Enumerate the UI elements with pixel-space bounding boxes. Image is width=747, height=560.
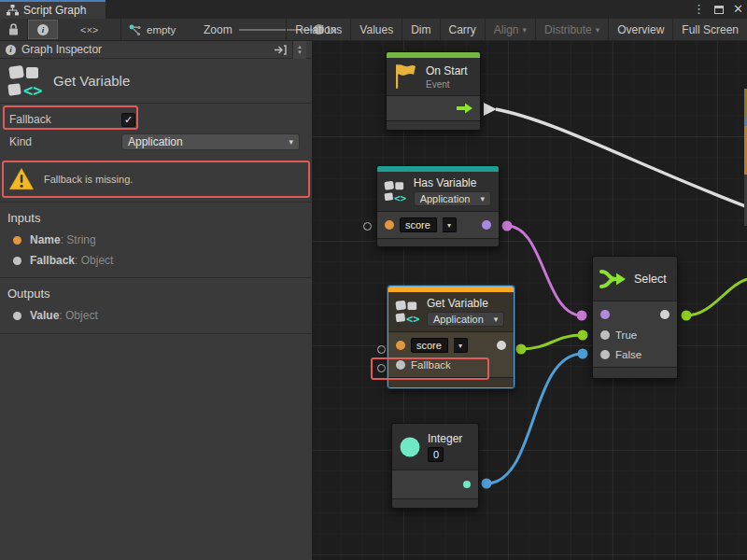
node-select[interactable]: Select True False [592,256,678,379]
variable-kind-dropdown[interactable]: Application ▾ [414,191,491,206]
kind-dropdown-value: Application [128,135,183,148]
window-maximize-icon[interactable] [714,6,724,14]
variable-kind-value: Application [420,193,471,204]
fallback-checkbox[interactable]: ✓ [121,113,135,127]
wire-endpoint[interactable] [682,311,692,321]
variables-icon: <> [384,178,407,204]
input-port-false[interactable] [600,350,610,359]
align-dropdown[interactable]: Align▾ [486,19,536,41]
inspector-header: i Graph Inspector ▲▼ [0,41,312,59]
dock-icon[interactable] [274,45,287,55]
warning-box: Fallback is missing. [0,161,312,198]
inspector-header-title: Graph Inspector [21,43,268,56]
graph-toolbar: i <×> empty Zoom 1x Relations Values Dim… [0,19,747,41]
window-menu-icon[interactable]: ⋮ [693,0,705,19]
carry-button[interactable]: Carry [441,19,486,41]
lock-button[interactable] [0,19,28,40]
variable-kind-dropdown[interactable]: Application ▾ [427,312,504,327]
port-dot-orange [13,236,21,245]
fallback-port-label: Fallback [411,359,451,371]
distribute-dropdown[interactable]: Distribute▾ [536,19,609,41]
kind-dropdown[interactable]: Application ▾ [121,133,300,150]
variable-name-field[interactable]: score [400,217,437,232]
dim-button[interactable]: Dim [402,19,440,41]
unconnected-port-get-variable-fallback[interactable] [377,364,386,372]
input-row-fallback: FallbackObject [0,250,312,271]
node-footer [593,367,677,378]
relations-button[interactable]: Relations [287,19,351,41]
inspector-toggle-button[interactable]: i [28,20,58,39]
node-has-variable[interactable]: <> Has Variable Application ▾ score ▾ [376,165,500,247]
window-close-icon[interactable]: ✕ [733,0,743,19]
script-graph-icon [7,5,19,16]
kind-option-row: Kind Application ▾ [0,131,312,153]
control-port-arrow[interactable] [484,103,497,116]
kind-option-label: Kind [9,135,32,148]
input-port-name[interactable] [396,341,405,350]
wire-endpoint[interactable] [502,221,513,231]
node-title: Has Variable [414,176,491,189]
node-integer[interactable]: Integer 0 [391,423,479,509]
warning-text: Fallback is missing. [44,174,133,185]
integer-icon [399,436,421,458]
unconnected-port-has-variable-name[interactable] [363,222,372,231]
chevron-down-icon: ▾ [523,25,528,35]
node-title: Get Variable [427,297,504,310]
inspector-unit-title: <> Get Variable [0,59,312,104]
output-port-value[interactable] [463,481,471,488]
wire-control[interactable] [496,109,747,207]
tab-title: Script Graph [23,4,86,17]
wire-endpoint[interactable] [482,479,492,489]
svg-text:<>: <> [23,81,42,99]
outputs-section-header: Outputs [0,278,312,305]
variable-name-dropdown[interactable]: ▾ [443,217,457,232]
input-port-true[interactable] [600,330,610,340]
values-button[interactable]: Values [351,19,402,41]
wire-endpoint[interactable] [516,344,527,355]
input-port-fallback[interactable] [396,360,405,370]
true-port-label: True [615,329,637,341]
variables-icon: <> [395,299,420,325]
graph-pointer-label: empty [147,24,176,35]
wires-layer [313,41,747,560]
node-footer [388,377,514,387]
graph-canvas[interactable]: On Start Event <> Has Varia [313,41,747,560]
node-on-start[interactable]: On Start Event [386,51,481,131]
graph-pointer-icon [129,24,142,36]
integer-value-field[interactable]: 0 [428,447,444,462]
fallback-option-row: Fallback ✓ [0,108,312,131]
wire-endpoint[interactable] [577,311,587,321]
output-port-selection[interactable] [660,310,669,319]
code-icon: <×> [80,24,98,35]
chevron-down-icon: ▾ [289,137,293,147]
node-title: Integer [428,432,462,445]
code-view-button[interactable]: <×> [58,19,121,40]
wire-has-variable-to-select[interactable] [507,226,582,315]
inspector-spinner[interactable]: ▲▼ [292,41,306,59]
graph-inspector-panel: i Graph Inspector ▲▼ <> Get Variable Fal… [0,41,313,560]
node-get-variable[interactable]: <> Get Variable Application ▾ score ▾ Fa… [388,286,514,388]
node-footer [392,498,478,508]
node-footer [387,120,480,130]
output-port-is-defined[interactable] [482,220,491,230]
select-icon [599,268,627,290]
check-icon: ✓ [124,114,133,126]
variable-name-dropdown[interactable]: ▾ [454,338,468,353]
warning-icon [8,167,35,191]
wire-endpoint[interactable] [578,330,588,341]
node-footer [377,238,499,246]
unconnected-port-get-variable-name[interactable] [377,345,386,354]
control-output-port[interactable] [457,103,472,114]
wire-endpoint[interactable] [578,349,588,359]
info-icon: i [6,45,16,55]
full-screen-button[interactable]: Full Screen [673,19,747,41]
input-port-name[interactable] [385,220,394,230]
input-port-condition[interactable] [600,310,610,319]
wire-select-output[interactable] [686,279,747,315]
overview-button[interactable]: Overview [609,19,673,41]
wire-get-variable-to-select-true[interactable] [521,335,583,349]
tab-script-graph[interactable]: Script Graph [0,0,106,19]
port-dot-gray [13,312,21,320]
output-port-value[interactable] [497,341,506,350]
variable-name-field[interactable]: score [411,338,448,353]
